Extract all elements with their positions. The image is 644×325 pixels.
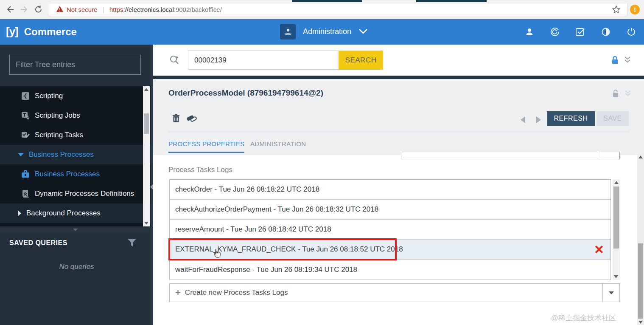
editor-header: OrderProcessModel (8796194799614@2) xyxy=(153,79,644,106)
scrollbar-thumb[interactable] xyxy=(144,113,149,134)
brand-name: Commerce xyxy=(24,26,77,38)
tab-process-properties[interactable]: PROCESS PROPERTIES xyxy=(168,140,244,153)
caret-down-icon[interactable] xyxy=(18,153,24,156)
filter-funnel-icon[interactable] xyxy=(127,238,137,249)
globe-icon[interactable] xyxy=(593,27,619,37)
section-divider xyxy=(153,76,644,79)
log-entry-text: checkOrder - Tue Jun 26 08:18:22 UTC 201… xyxy=(175,185,319,194)
create-new-log-button[interactable]: + Create new Process Tasks Logs xyxy=(169,283,603,302)
script-tasks-icon xyxy=(21,131,30,139)
user-icon[interactable] xyxy=(517,27,542,37)
back-button[interactable] xyxy=(4,4,15,15)
no-queries-text: No queries xyxy=(0,263,153,271)
page-scrollbar[interactable] xyxy=(637,154,644,325)
forward-button[interactable] xyxy=(19,4,30,15)
delete-trash-icon[interactable] xyxy=(172,114,180,124)
tree-item-scripting-jobs[interactable]: Scripting Jobs xyxy=(0,106,153,125)
unlock-icon[interactable] xyxy=(612,89,619,99)
log-row[interactable]: waitForFraudResponse - Tue Jun 26 08:19:… xyxy=(170,260,610,280)
tree-item-business-processes[interactable]: Business Processes xyxy=(0,164,153,184)
brand: [y] Commerce xyxy=(6,25,77,38)
log-row[interactable]: checkOrder - Tue Jun 26 08:18:22 UTC 201… xyxy=(170,180,610,200)
scroll-icon xyxy=(21,189,30,198)
clipped-combobox[interactable] xyxy=(401,152,620,159)
saved-queries-title: SAVED QUERIES xyxy=(9,239,67,247)
link-pills-icon[interactable] xyxy=(186,114,197,125)
collapse-chevrons-icon[interactable] xyxy=(624,90,632,99)
tasks-check-icon[interactable] xyxy=(568,27,593,37)
not-secure-label: Not secure xyxy=(67,6,98,13)
search-input[interactable] xyxy=(188,51,339,70)
log-row[interactable]: checkAuthorizeOrderPayment - Tue Jun 26 … xyxy=(170,200,610,220)
watermark-text: @稀土掘金技术社区 xyxy=(551,313,616,323)
log-entry-text: EXTERNAL_KYMA_FRAUD_CHECK - Tue Jun 26 0… xyxy=(175,245,403,254)
scroll-down-icon[interactable] xyxy=(144,222,148,225)
tree-item-scripting-tasks[interactable]: Scripting Tasks xyxy=(0,125,153,145)
scroll-up-icon[interactable] xyxy=(638,155,643,158)
log-row[interactable]: EXTERNAL_KYMA_FRAUD_CHECK - Tue Jun 26 0… xyxy=(170,240,610,260)
script-icon xyxy=(21,92,30,100)
extension-alert-icon[interactable]: ! xyxy=(630,5,640,14)
scrollbar-thumb[interactable] xyxy=(613,187,619,249)
tree-item-label: Background Processes xyxy=(26,209,101,218)
tree-item-business-processes[interactable]: Business Processes xyxy=(0,145,153,164)
tab-administration[interactable]: ADMINISTRATION xyxy=(250,140,306,147)
tree-item-label: Scripting xyxy=(35,92,63,100)
scroll-down-icon[interactable] xyxy=(638,321,643,324)
toolbar-rule xyxy=(168,132,629,132)
list-scrollbar[interactable] xyxy=(613,179,620,280)
remove-entry-icon[interactable] xyxy=(595,246,603,253)
navigation-tree: ScriptingScripting JobsScripting TasksBu… xyxy=(0,86,153,226)
address-bar[interactable]: Not secure | https ://electronics.local … xyxy=(48,3,627,16)
splitter-collapse-icon[interactable] xyxy=(150,184,153,190)
tree-item-background-processes[interactable]: Background Processes xyxy=(0,203,153,223)
history-icon[interactable] xyxy=(542,27,568,37)
process-tasks-logs-label: Process Tasks Logs xyxy=(168,166,232,174)
mouse-cursor-icon xyxy=(212,248,221,259)
scrollbar-thumb[interactable] xyxy=(638,243,643,319)
address-separator: | xyxy=(103,6,104,14)
tree-item-dynamic-processes-definitions[interactable]: Dynamic Processes Definitions xyxy=(0,184,153,203)
tree-item-label: Business Processes xyxy=(35,170,100,178)
log-entry-text: waitForFraudResponse - Tue Jun 26 08:19:… xyxy=(175,266,357,274)
combobox-button-divider xyxy=(598,152,598,159)
refresh-button[interactable] xyxy=(33,4,44,15)
advanced-search-icon[interactable] xyxy=(168,54,180,68)
browser-tab-remnant[interactable] xyxy=(292,0,362,2)
bookmark-star-icon[interactable] xyxy=(611,5,621,16)
browser-tab-remnant[interactable] xyxy=(416,0,487,2)
lock-icon[interactable] xyxy=(611,56,619,66)
collapse-chevrons-icon[interactable] xyxy=(623,56,632,66)
next-item-icon[interactable] xyxy=(536,116,541,123)
save-button[interactable]: SAVE xyxy=(596,111,629,126)
tree-collapse-divider[interactable] xyxy=(0,226,153,233)
create-dropdown-button[interactable] xyxy=(602,283,620,302)
appbar-actions xyxy=(517,19,644,45)
chevron-down-icon xyxy=(358,28,368,36)
search-button[interactable]: SEARCH xyxy=(339,51,383,70)
app-header: [y] Commerce Administration xyxy=(0,19,644,45)
editor-content: Process Tasks Logs checkOrder - Tue Jun … xyxy=(153,155,637,325)
scroll-up-icon[interactable] xyxy=(614,181,619,184)
scroll-down-icon[interactable] xyxy=(614,275,618,278)
process-tasks-logs-list: checkOrder - Tue Jun 26 08:18:22 UTC 201… xyxy=(169,179,611,280)
log-row[interactable]: reserveAmount - Tue Jun 26 08:18:42 UTC … xyxy=(170,220,610,240)
url-host: ://electronics.local xyxy=(123,6,174,13)
refresh-button[interactable]: REFRESH xyxy=(547,111,595,126)
hybris-logo: [y] xyxy=(6,25,18,38)
perspective-switcher[interactable]: Administration xyxy=(280,24,368,40)
tree-item-scripting[interactable]: Scripting xyxy=(0,86,153,106)
caret-right-icon[interactable] xyxy=(18,210,21,216)
logout-power-icon[interactable] xyxy=(619,27,644,37)
tree-filter-input[interactable] xyxy=(9,55,141,75)
briefcase-icon xyxy=(21,170,30,178)
search-toolbar: SEARCH xyxy=(153,45,644,76)
scroll-up-icon[interactable] xyxy=(144,88,148,91)
create-new-log-label: Create new Process Tasks Logs xyxy=(185,288,288,297)
warning-triangle-icon xyxy=(56,6,64,14)
previous-item-icon[interactable] xyxy=(521,116,525,123)
log-entry-text: checkAuthorizeOrderPayment - Tue Jun 26 … xyxy=(175,205,378,214)
object-title: OrderProcessModel (8796194799614@2) xyxy=(168,88,323,98)
url-scheme: https xyxy=(109,6,123,13)
tree-scrollbar[interactable] xyxy=(143,86,150,226)
